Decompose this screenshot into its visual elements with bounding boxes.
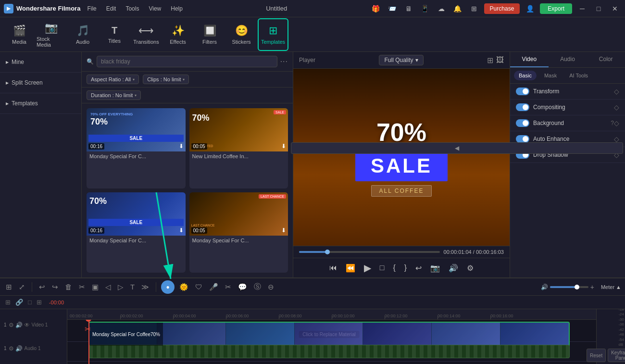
sidebar-item-templates[interactable]: ▶ Templates	[6, 97, 75, 110]
menu-file[interactable]: File	[86, 3, 97, 14]
monitor-icon[interactable]: 🖥	[402, 2, 415, 15]
duration-filter[interactable]: Duration : No limit ▾	[87, 90, 141, 100]
tool-titles[interactable]: T Titles	[99, 18, 130, 51]
tab-color[interactable]: Color	[587, 52, 625, 67]
tool-templates[interactable]: ⊞ Templates	[258, 18, 288, 51]
loop-button[interactable]: ↩	[413, 263, 424, 274]
add-video-track-button[interactable]: ⊞	[4, 298, 12, 306]
sidebar-item-splitscreen[interactable]: ▶ Split Screen	[6, 76, 75, 89]
undo-button[interactable]: ↩	[37, 282, 47, 292]
text-button[interactable]: T	[128, 282, 137, 292]
paper-plane-icon[interactable]: 📨	[386, 2, 399, 15]
crop-button[interactable]: ▣	[90, 282, 100, 292]
more-options-icon[interactable]: ···	[280, 57, 288, 66]
bell-icon[interactable]: 🔔	[451, 2, 464, 15]
meter-button[interactable]: Meter ▲	[601, 284, 621, 290]
background-help-icon[interactable]: ?	[611, 120, 614, 126]
tool-stickers[interactable]: 😊 Stickers	[226, 18, 257, 51]
purchase-button[interactable]: Purchase	[484, 3, 520, 14]
preview-progress-handle[interactable]	[325, 250, 330, 254]
scissors-handle[interactable]: ✂	[85, 325, 91, 334]
template-card-4[interactable]: LAST CHANCE LAST CHANCE 00:05 ⬇ Monday S…	[189, 192, 288, 273]
ungroup-track-button[interactable]: ⊞	[35, 298, 43, 306]
ai-mask-button[interactable]: 🛡	[193, 282, 204, 292]
grid-icon[interactable]: ⊞	[468, 2, 480, 15]
speed-button[interactable]: ⊖	[266, 282, 276, 292]
gift-icon[interactable]: 🎁	[370, 2, 382, 15]
tool-filters[interactable]: 🔲 Filters	[194, 18, 225, 51]
template-card-3[interactable]: 70% SALE 00:16 ⬇ Monday Special For C...	[87, 192, 186, 273]
compositing-expand-icon[interactable]: ◇	[614, 103, 619, 111]
step-back-button[interactable]: ⏪	[344, 263, 357, 274]
tool-effects[interactable]: ✨ Effects	[162, 18, 193, 51]
trim-right-button[interactable]: ▷	[116, 282, 125, 292]
template-card-2[interactable]: SALE 70% NEW LIMITED 00:05 ⬇ New Limited…	[189, 108, 288, 188]
grid-view-icon[interactable]: ⊞	[487, 56, 493, 65]
search-input[interactable]	[97, 56, 277, 67]
subtab-basic[interactable]: Basic	[514, 71, 537, 80]
auto-enhance-expand-icon[interactable]: ◇	[614, 135, 619, 143]
auto-enhance-toggle[interactable]	[516, 135, 529, 143]
maximize-button[interactable]: □	[592, 2, 605, 15]
audio-track-mute-button[interactable]: 🔊	[15, 345, 23, 352]
subtab-mask[interactable]: Mask	[539, 71, 562, 80]
tool-transitions[interactable]: ⟷ Transitions	[131, 18, 162, 51]
add-track-button[interactable]: ⊞	[4, 282, 14, 292]
more-tools-button[interactable]: ≫	[139, 282, 151, 292]
sidebar-item-mine[interactable]: ▶ Mine	[6, 56, 75, 68]
cloud-icon[interactable]: ☁	[435, 2, 448, 15]
minimize-button[interactable]: ─	[576, 2, 588, 15]
video-track-audio-button[interactable]: 🔊	[15, 322, 23, 328]
settings-button[interactable]: ⚙	[465, 263, 475, 274]
menu-tools[interactable]: Tools	[125, 3, 140, 14]
go-to-start-button[interactable]: ⏮	[327, 263, 339, 273]
tool-audio[interactable]: 🎵 Audio	[67, 18, 98, 51]
image-view-icon[interactable]: 🖼	[496, 56, 504, 65]
menu-view[interactable]: View	[148, 3, 162, 14]
menu-edit[interactable]: Edit	[105, 3, 117, 14]
redo-button[interactable]: ↪	[50, 282, 60, 292]
ripple-edit-button[interactable]: ●	[161, 280, 175, 294]
mark-in-button[interactable]: {	[391, 263, 397, 273]
phone-icon[interactable]: 📱	[419, 2, 431, 15]
video-track-settings-button[interactable]: ⚙	[9, 322, 14, 328]
background-expand-icon[interactable]: ◇	[614, 119, 619, 127]
menu-help[interactable]: Help	[170, 3, 184, 14]
color-board-button[interactable]: 🌞	[177, 282, 190, 292]
trim-left-button[interactable]: ◁	[103, 282, 113, 292]
tool-stock-media[interactable]: 📷 Stock Media	[36, 18, 66, 51]
audio-track-settings-button[interactable]: ⚙	[9, 345, 14, 352]
stop-button[interactable]: □	[378, 263, 387, 273]
group-track-button[interactable]: □	[26, 298, 33, 306]
volume-slider[interactable]	[550, 286, 588, 288]
subtitle-button[interactable]: Ⓢ	[252, 281, 263, 292]
delete-button[interactable]: 🗑	[63, 282, 74, 292]
audio-clip-1[interactable]	[88, 345, 570, 358]
tool-media[interactable]: 🎬 Media	[4, 18, 35, 51]
preview-progress-slider[interactable]	[299, 251, 440, 253]
export-button[interactable]: Export	[540, 3, 572, 14]
tab-video[interactable]: Video	[510, 52, 549, 67]
background-toggle[interactable]	[516, 119, 529, 127]
scene-detect-button[interactable]: ⤢	[17, 282, 27, 292]
profile-icon[interactable]: 👤	[524, 2, 536, 15]
smart-cutout-button[interactable]: ✂	[223, 282, 233, 292]
reset-button[interactable]: Reset	[587, 349, 606, 362]
play-button[interactable]: ▶	[362, 261, 373, 275]
subtab-ai-tools[interactable]: AI Tools	[564, 71, 593, 80]
snapshot-button[interactable]: 📷	[428, 263, 442, 274]
quality-dropdown[interactable]: Full Quality ▾	[379, 55, 423, 65]
close-button[interactable]: ✕	[609, 2, 621, 15]
volume-add-icon[interactable]: +	[590, 283, 594, 291]
voiceover-button[interactable]: 🎤	[207, 282, 220, 292]
compositing-toggle[interactable]	[516, 103, 529, 111]
cut-button[interactable]: ✂	[77, 282, 87, 292]
video-track-eye-button[interactable]: 👁	[24, 322, 30, 328]
tab-audio[interactable]: Audio	[549, 52, 587, 67]
clips-filter[interactable]: Clips : No limit ▾	[143, 75, 189, 84]
link-track-button[interactable]: 🔗	[14, 298, 25, 306]
mark-out-button[interactable]: }	[402, 263, 409, 273]
transform-expand-icon[interactable]: ◇	[614, 88, 619, 95]
template-card-1[interactable]: 70% OFF EVERYTHING 70% SALE 00:16 ⬇ Mond…	[87, 108, 186, 188]
volume-handle[interactable]	[575, 285, 579, 289]
